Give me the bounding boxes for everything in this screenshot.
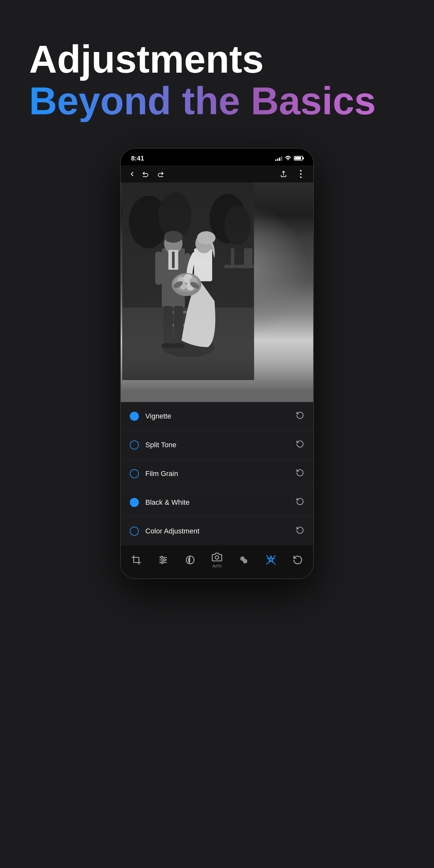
status-bar: 8:41	[121, 149, 313, 165]
camera-auto-tool-button[interactable]: AUTO	[212, 552, 222, 568]
redo-button[interactable]	[156, 170, 164, 178]
svg-point-45	[215, 556, 219, 559]
film-grain-label: Film Grain	[145, 469, 289, 478]
selective-tool-button[interactable]	[239, 555, 249, 565]
undo-button[interactable]	[142, 170, 150, 178]
color-adjustment-dot	[130, 527, 139, 536]
status-icons	[275, 156, 303, 161]
reset-icon	[292, 555, 303, 565]
wifi-icon	[285, 156, 291, 161]
svg-point-49	[244, 561, 246, 562]
film-grain-reset-icon[interactable]	[296, 469, 304, 479]
reset-tool-button[interactable]	[292, 555, 303, 565]
toolbar-right: ⋮	[280, 168, 306, 179]
svg-point-41	[161, 556, 163, 559]
adjustment-item-split-tone[interactable]: Split Tone	[121, 431, 313, 460]
bottom-toolbar: AUTO	[121, 546, 313, 578]
more-button[interactable]: ⋮	[296, 168, 306, 179]
black-white-dot	[130, 498, 139, 507]
color-adjustment-label: Color Adjustment	[145, 527, 289, 535]
hero-title-line1: Adjustments	[29, 39, 405, 80]
crop-icon	[131, 555, 142, 565]
sliders-icon	[158, 555, 168, 565]
svg-point-43	[161, 562, 163, 564]
adjustments-tool-button[interactable]	[158, 555, 168, 565]
status-time: 8:41	[131, 155, 144, 162]
adjustment-item-film-grain[interactable]: Film Grain	[121, 460, 313, 488]
fx-tool-button[interactable]	[266, 555, 276, 565]
vignette-dot	[130, 412, 139, 421]
split-tone-dot	[130, 440, 139, 450]
camera-icon	[212, 552, 222, 562]
back-button[interactable]	[128, 170, 135, 178]
share-button[interactable]	[280, 170, 287, 178]
vignette-reset-icon[interactable]	[296, 411, 304, 422]
adjustment-item-color-adjustment[interactable]: Color Adjustment	[121, 517, 313, 546]
effects-icon	[185, 555, 195, 565]
black-white-label: Black & White	[145, 498, 289, 507]
split-tone-label: Split Tone	[145, 441, 289, 449]
page-container: Adjustments Beyond the Basics 8:41	[0, 0, 434, 868]
app-toolbar: ⋮	[121, 165, 313, 182]
crop-tool-button[interactable]	[131, 555, 142, 565]
battery-icon	[294, 156, 303, 160]
toolbar-left	[128, 170, 274, 178]
photo-area	[121, 182, 313, 402]
adjustment-item-black-white[interactable]: Black & White	[121, 488, 313, 517]
signal-icon	[275, 156, 282, 161]
fx-icon	[266, 555, 276, 565]
color-adjustment-reset-icon[interactable]	[296, 526, 304, 536]
camera-auto-label: AUTO	[213, 564, 221, 568]
svg-rect-37	[122, 182, 254, 380]
photo-bw	[121, 182, 313, 402]
effects-tool-button[interactable]	[185, 555, 195, 565]
phone-mockup: 8:41	[120, 148, 314, 579]
adjustment-item-vignette[interactable]: Vignette	[121, 402, 313, 431]
svg-point-48	[242, 558, 243, 559]
selective-icon	[239, 555, 249, 565]
film-grain-dot	[130, 469, 139, 478]
black-white-reset-icon[interactable]	[296, 497, 304, 507]
wedding-couple-image	[121, 182, 255, 380]
hero-section: Adjustments Beyond the Basics	[0, 39, 434, 122]
svg-point-42	[163, 559, 166, 561]
vignette-label: Vignette	[145, 412, 289, 421]
hero-title-line2: Beyond the Basics	[29, 80, 405, 122]
adjustment-list: Vignette Split Tone	[121, 402, 313, 546]
split-tone-reset-icon[interactable]	[296, 440, 304, 450]
